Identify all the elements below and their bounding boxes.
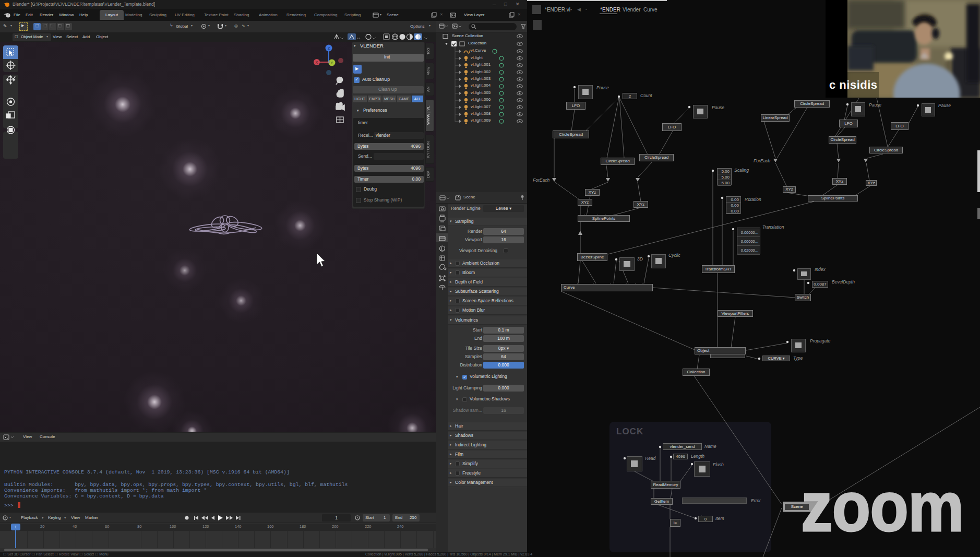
svg-text:Z: Z — [328, 46, 330, 50]
svg-text:X: X — [316, 61, 318, 64]
svg-text:Y: Y — [331, 61, 333, 65]
